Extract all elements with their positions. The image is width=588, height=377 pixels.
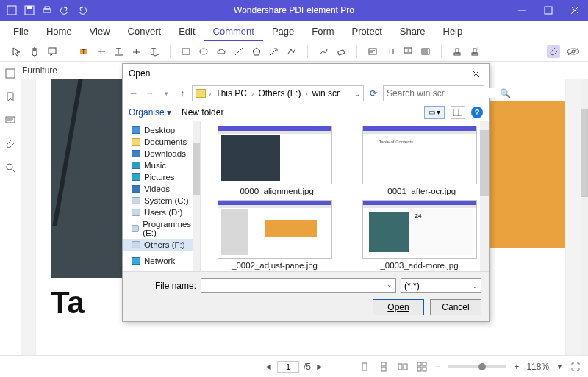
- breadcrumb-doc[interactable]: Furniture: [22, 65, 57, 76]
- cancel-button[interactable]: Cancel: [430, 299, 481, 315]
- menu-protect[interactable]: Protect: [343, 21, 391, 41]
- tree-documents[interactable]: Documents: [123, 136, 200, 148]
- tree-pictures[interactable]: Pictures: [123, 171, 200, 183]
- tree-programmes-e[interactable]: Programmes (E:): [123, 218, 200, 239]
- file-item[interactable]: _0000_alignment.jpg: [205, 126, 344, 195]
- zoom-out-icon[interactable]: −: [435, 362, 440, 372]
- path-folder[interactable]: Others (F:): [257, 88, 302, 98]
- filename-input[interactable]: ⌄: [201, 278, 396, 293]
- undo-qat-icon[interactable]: [59, 4, 71, 16]
- eraser-tool-icon[interactable]: [334, 45, 348, 58]
- file-item[interactable]: _0001_after-ocr.jpg: [350, 126, 489, 195]
- attachment-tool-icon[interactable]: [547, 45, 560, 58]
- tree-users-d[interactable]: Users (D:): [123, 207, 200, 218]
- menu-page[interactable]: Page: [263, 21, 303, 41]
- fullscreen-icon[interactable]: [570, 362, 581, 372]
- help-icon[interactable]: ?: [471, 107, 483, 118]
- search-icon[interactable]: 🔍: [500, 88, 511, 98]
- menu-file[interactable]: File: [4, 21, 37, 41]
- tree-system-c[interactable]: System (C:): [123, 195, 200, 207]
- tree-downloads[interactable]: Downloads: [123, 148, 200, 159]
- menu-share[interactable]: Share: [391, 21, 434, 41]
- single-page-view-icon[interactable]: [359, 361, 370, 373]
- menu-comment[interactable]: Comment: [204, 21, 263, 41]
- zoom-dropdown-icon[interactable]: ▼: [556, 363, 563, 370]
- rectangle-shape-icon[interactable]: [179, 45, 193, 58]
- area-highlight-icon[interactable]: [419, 45, 432, 58]
- hand-tool-icon[interactable]: [28, 45, 41, 58]
- file-item[interactable]: _0002_adjust-pane.jpg: [205, 200, 344, 270]
- file-item[interactable]: _0003_add-more.jpg: [350, 200, 489, 270]
- search-panel-icon[interactable]: [4, 162, 16, 173]
- menu-home[interactable]: Home: [37, 21, 81, 41]
- oval-shape-icon[interactable]: [197, 45, 210, 58]
- select-tool-icon[interactable]: [10, 45, 24, 58]
- two-page-view-icon[interactable]: [397, 361, 409, 373]
- menu-view[interactable]: View: [81, 21, 119, 41]
- nav-back-icon[interactable]: ←: [127, 88, 140, 98]
- close-button[interactable]: [562, 0, 588, 21]
- nav-recent-icon[interactable]: ▾: [159, 90, 173, 97]
- page-next-icon[interactable]: ►: [315, 362, 324, 372]
- preview-pane-button[interactable]: [451, 106, 465, 119]
- redo-qat-icon[interactable]: [76, 4, 88, 16]
- save-qat-icon[interactable]: [24, 4, 35, 16]
- menu-help[interactable]: Help: [434, 21, 472, 41]
- continuous-view-icon[interactable]: [378, 361, 390, 373]
- line-shape-icon[interactable]: [232, 45, 245, 58]
- strikethrough-tool-icon[interactable]: T: [95, 45, 108, 58]
- cloud-shape-icon[interactable]: [215, 45, 228, 58]
- nav-forward-icon[interactable]: →: [143, 88, 157, 98]
- typewriter-tool-icon[interactable]: T: [384, 45, 397, 58]
- print-qat-icon[interactable]: [41, 4, 53, 16]
- menu-convert[interactable]: Convert: [119, 21, 171, 41]
- polygon-shape-icon[interactable]: [250, 45, 263, 58]
- thumbnails-panel-icon[interactable]: [4, 68, 16, 79]
- underline-tool-icon[interactable]: T: [112, 45, 126, 58]
- tree-music[interactable]: Music: [123, 159, 200, 171]
- path-dropdown-icon[interactable]: ⌄: [354, 90, 360, 98]
- search-box[interactable]: 🔍: [383, 85, 484, 101]
- attachments-panel-icon[interactable]: [4, 138, 16, 150]
- caret-tool-icon[interactable]: T: [130, 45, 143, 58]
- maximize-button[interactable]: [535, 0, 562, 21]
- textbox-tool-icon[interactable]: [366, 45, 379, 58]
- path-sub[interactable]: win scr: [311, 88, 341, 98]
- file-scrollbar[interactable]: [480, 121, 489, 271]
- tree-videos[interactable]: Videos: [123, 183, 200, 195]
- refresh-icon[interactable]: ⟳: [367, 88, 380, 98]
- connected-line-icon[interactable]: [285, 45, 298, 58]
- nav-up-icon[interactable]: ↑: [176, 88, 189, 98]
- bookmarks-panel-icon[interactable]: [4, 91, 16, 103]
- stamp-tool-icon[interactable]: [451, 45, 464, 58]
- arrow-shape-icon[interactable]: [268, 45, 281, 58]
- custom-stamp-icon[interactable]: +: [468, 45, 481, 58]
- pencil-tool-icon[interactable]: [317, 45, 330, 58]
- new-folder-button[interactable]: New folder: [182, 107, 223, 118]
- minimize-button[interactable]: [509, 0, 535, 21]
- note-tool-icon[interactable]: [46, 45, 59, 58]
- hide-annotations-icon[interactable]: [566, 45, 579, 58]
- filetype-select[interactable]: (*.*)⌄: [401, 278, 481, 293]
- zoom-slider[interactable]: [448, 365, 506, 368]
- path-root[interactable]: This PC: [214, 88, 248, 98]
- two-page-continuous-icon[interactable]: [416, 361, 428, 373]
- page-prev-icon[interactable]: ◄: [264, 362, 273, 372]
- address-bar[interactable]: › This PC › Others (F:) › win scr ⌄: [192, 85, 364, 101]
- open-button[interactable]: Open: [373, 299, 424, 315]
- dialog-close-icon[interactable]: [468, 66, 483, 81]
- tree-network[interactable]: Network: [123, 255, 200, 267]
- search-input[interactable]: [387, 88, 497, 98]
- tree-scrollbar[interactable]: [193, 121, 200, 271]
- callout-tool-icon[interactable]: T: [401, 45, 415, 58]
- zoom-in-icon[interactable]: +: [514, 362, 519, 372]
- organise-menu[interactable]: Organise ▾: [129, 107, 171, 118]
- tree-others-f[interactable]: Others (F:): [123, 239, 200, 251]
- menu-form[interactable]: Form: [303, 21, 343, 41]
- tree-desktop[interactable]: Desktop: [123, 124, 200, 136]
- menu-edit[interactable]: Edit: [170, 21, 204, 41]
- comments-panel-icon[interactable]: [4, 115, 16, 126]
- page-number-input[interactable]: [277, 361, 299, 373]
- squiggly-tool-icon[interactable]: T: [148, 45, 161, 58]
- vertical-scrollbar[interactable]: [581, 79, 588, 355]
